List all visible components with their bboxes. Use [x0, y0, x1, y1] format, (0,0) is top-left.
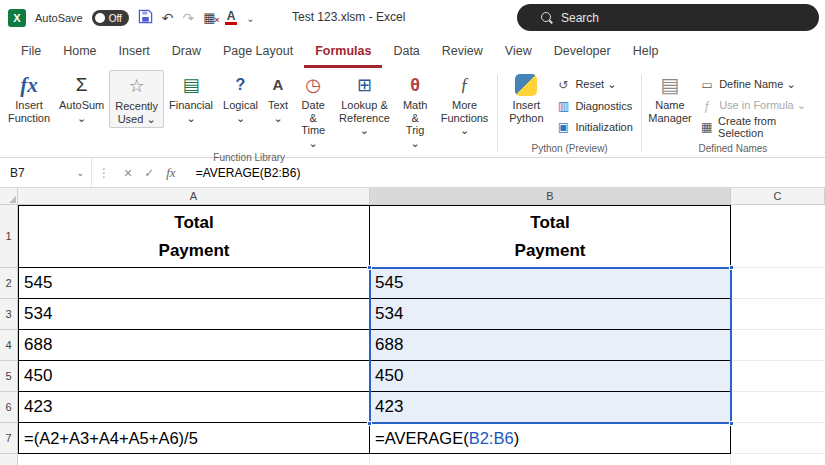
row-header-2[interactable]: 2 — [0, 268, 18, 299]
row-header-6[interactable]: 6 — [0, 392, 18, 423]
recently-used-button[interactable]: ☆ Recently Used ⌄ — [109, 70, 164, 128]
tab-home[interactable]: Home — [52, 36, 107, 68]
tab-developer[interactable]: Developer — [543, 36, 622, 68]
cell-C6[interactable] — [731, 392, 825, 423]
reset-label: Reset ⌄ — [575, 78, 616, 91]
cell-B6[interactable]: 423 — [370, 392, 731, 423]
save-button[interactable] — [138, 9, 153, 27]
financial-icon: ▤ — [183, 74, 200, 96]
autosum-button[interactable]: Σ AutoSum ⌄ — [54, 70, 109, 126]
sheet-row-2: 2 545 545 — [0, 268, 825, 299]
formula-bar-resize-handle[interactable]: ⋮ — [92, 166, 116, 180]
tab-insert[interactable]: Insert — [108, 36, 161, 68]
column-header-C[interactable]: C — [731, 188, 825, 205]
row-header-8[interactable] — [0, 454, 18, 465]
financial-button[interactable]: ▤ Financial ⌄ — [164, 70, 218, 126]
cell-B8[interactable] — [370, 454, 731, 465]
cell-B4-text: 688 — [375, 335, 403, 355]
cell-B7-active[interactable]: =AVERAGE(B2:B6) — [370, 423, 731, 454]
row-header-7[interactable]: 7 — [0, 423, 18, 454]
enter-icon[interactable]: ✓ — [144, 166, 154, 180]
tab-file[interactable]: File — [10, 36, 52, 68]
insert-function-button[interactable]: fx Insert Function — [4, 70, 54, 126]
undo-button[interactable]: ↶ — [162, 10, 174, 26]
financial-label: Financial ⌄ — [169, 99, 213, 124]
name-box[interactable]: B7 ⌄ — [0, 158, 92, 187]
cell-B7-formula-prefix: =AVERAGE( — [375, 429, 469, 448]
customize-toolbar-chevron-icon[interactable]: ⌄ — [246, 13, 254, 24]
cell-B3[interactable]: 534 — [370, 299, 731, 330]
row-header-5[interactable]: 5 — [0, 361, 18, 392]
formula-input[interactable]: =AVERAGE(B2:B6) — [184, 166, 301, 180]
cell-C5[interactable] — [731, 361, 825, 392]
group-defined-names: ▤ Name Manager ▭ Define Name ⌄ ƒ Use in … — [645, 70, 821, 157]
diagnostics-button[interactable]: ▥ Diagnostics — [551, 95, 637, 116]
font-color-button[interactable]: A — [225, 11, 238, 25]
more-functions-label: More Functions ⌄ — [440, 99, 490, 137]
column-header-B[interactable]: B — [370, 188, 731, 205]
cell-A7[interactable]: =(A2+A3+A4+A5+A6)/5 — [18, 423, 370, 454]
column-header-A[interactable]: A — [18, 188, 370, 205]
lookup-reference-button[interactable]: ⊞ Lookup & Reference ⌄ — [333, 70, 395, 139]
row-header-1[interactable]: 1 — [0, 205, 18, 268]
cell-C2[interactable] — [731, 268, 825, 299]
tab-review[interactable]: Review — [431, 36, 494, 68]
reset-icon: ↺ — [556, 78, 570, 92]
cell-A1[interactable]: Total Payment — [18, 205, 370, 268]
cell-C7[interactable] — [731, 423, 825, 454]
cancel-icon[interactable]: × — [124, 165, 132, 181]
sheet-row-7: 7 =(A2+A3+A4+A5+A6)/5 =AVERAGE(B2:B6) — [0, 423, 825, 454]
insert-function-fx-icon[interactable]: fx — [166, 165, 175, 181]
cell-B4[interactable]: 688 — [370, 330, 731, 361]
tab-page-layout[interactable]: Page Layout — [212, 36, 304, 68]
insert-python-label: Insert Python — [509, 99, 543, 124]
tab-data[interactable]: Data — [382, 36, 430, 68]
cell-A2[interactable]: 545 — [18, 268, 370, 299]
logical-label: Logical ⌄ — [223, 99, 258, 124]
cell-A8[interactable] — [18, 454, 370, 465]
cell-B2[interactable]: 545 — [370, 268, 731, 299]
row-header-4[interactable]: 4 — [0, 330, 18, 361]
title-bar: AutoSave Off ↶ ↷ ▦ A ⌄ Test 123.xlsm - E… — [0, 0, 825, 36]
cell-C8[interactable] — [731, 454, 825, 465]
cell-B1[interactable]: Total Payment — [370, 205, 731, 268]
tab-draw[interactable]: Draw — [161, 36, 212, 68]
excel-app-icon[interactable] — [8, 9, 26, 27]
cell-A4[interactable]: 688 — [18, 330, 370, 361]
cell-A6-text: 423 — [24, 397, 52, 417]
more-functions-button[interactable]: ƒ More Functions ⌄ — [435, 70, 495, 139]
cell-B7-formula-suffix: ) — [514, 429, 520, 448]
tab-help[interactable]: Help — [622, 36, 670, 68]
name-box-dropdown-icon[interactable]: ⌄ — [76, 168, 84, 178]
create-from-selection-button[interactable]: ▦ Create from Selection — [695, 116, 821, 137]
autosave-toggle[interactable]: Off — [92, 10, 129, 26]
cell-B5[interactable]: 450 — [370, 361, 731, 392]
cell-A4-text: 688 — [24, 335, 52, 355]
cell-A6[interactable]: 423 — [18, 392, 370, 423]
initialization-button[interactable]: ▣ Initialization — [551, 116, 637, 137]
search-box[interactable] — [517, 4, 819, 31]
insert-python-button[interactable]: Insert Python — [501, 70, 551, 126]
logical-button[interactable]: ? Logical ⌄ — [218, 70, 263, 126]
row-header-3[interactable]: 3 — [0, 299, 18, 330]
cell-C4[interactable] — [731, 330, 825, 361]
search-input[interactable] — [561, 11, 791, 25]
tab-view[interactable]: View — [494, 36, 543, 68]
name-manager-button[interactable]: ▤ Name Manager — [645, 70, 695, 126]
reset-button[interactable]: ↺ Reset ⌄ — [551, 74, 637, 95]
cell-C3[interactable] — [731, 299, 825, 330]
use-in-formula-button[interactable]: ƒ Use in Formula ⌄ — [695, 95, 821, 116]
delete-sheet-icon[interactable]: ▦ — [203, 10, 215, 26]
define-name-button[interactable]: ▭ Define Name ⌄ — [695, 74, 821, 95]
cell-C1[interactable] — [731, 205, 825, 268]
logical-icon: ? — [236, 74, 246, 96]
cell-A5[interactable]: 450 — [18, 361, 370, 392]
redo-button[interactable]: ↷ — [183, 10, 195, 26]
tab-formulas[interactable]: Formulas — [304, 36, 382, 68]
date-time-button[interactable]: ◷ Date & Time ⌄ — [293, 70, 333, 151]
select-all-corner[interactable] — [0, 188, 18, 205]
sheet-row-4: 4 688 688 — [0, 330, 825, 361]
cell-A3[interactable]: 534 — [18, 299, 370, 330]
math-trig-button[interactable]: θ Math & Trig ⌄ — [396, 70, 435, 151]
text-button[interactable]: A Text ⌄ — [263, 70, 293, 126]
